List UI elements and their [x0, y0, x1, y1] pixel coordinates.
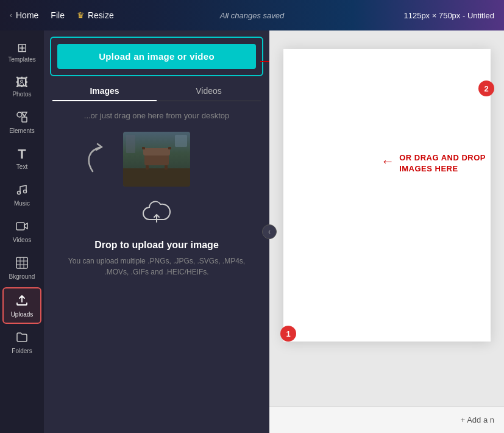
canvas-background[interactable]: 2 ← OR DRAG AND DROP IMAGES HERE 1	[269, 30, 504, 406]
sidebar-item-music[interactable]: Music	[2, 177, 41, 213]
save-status: All changes saved	[220, 11, 285, 20]
drag-drop-arrow-icon: ←	[381, 154, 394, 170]
uploads-icon	[15, 293, 29, 309]
doc-info: 1125px × 750px - Untitled	[403, 11, 494, 20]
annotation-1: 1	[280, 326, 296, 342]
sidebar-item-uploads[interactable]: Uploads	[2, 287, 41, 324]
canvas-area: 2 ← OR DRAG AND DROP IMAGES HERE 1 + Add…	[269, 30, 504, 433]
upload-panel: Upload an image or video Images Videos .…	[44, 30, 269, 433]
main-area: ⊞ Templates 🖼 Photos Elements T Text	[0, 30, 504, 433]
badge-1: 1	[280, 326, 296, 342]
panel-collapse-handle[interactable]: ‹	[262, 224, 277, 239]
sidebar-label-folders: Folders	[12, 348, 32, 354]
drag-hint-text: ...or just drag one here from your deskt…	[44, 101, 269, 126]
drag-drop-line1: OR DRAG AND DROP	[399, 152, 486, 163]
sidebar-label-photos: Photos	[12, 91, 31, 98]
file-menu[interactable]: File	[51, 10, 65, 20]
music-icon	[16, 184, 28, 198]
top-nav: ‹ Home File ♛ Resize All changes saved 1…	[0, 0, 504, 30]
icon-sidebar: ⊞ Templates 🖼 Photos Elements T Text	[0, 30, 44, 433]
drag-arrow-icon	[80, 138, 117, 177]
sidebar-label-background: Bkground	[9, 273, 35, 280]
svg-rect-15	[146, 165, 149, 170]
add-note-button[interactable]: + Add a n	[461, 415, 494, 424]
upload-button[interactable]: Upload an image or video	[57, 44, 256, 69]
background-icon	[16, 257, 28, 271]
svg-rect-11	[144, 154, 169, 165]
crown-icon: ♛	[77, 10, 85, 20]
upload-button-wrapper: Upload an image or video	[50, 37, 263, 76]
svg-rect-13	[142, 147, 145, 149]
sidebar-label-templates: Templates	[8, 56, 36, 63]
text-icon: T	[18, 148, 26, 161]
svg-marker-2	[22, 112, 27, 116]
tab-images[interactable]: Images	[52, 81, 157, 101]
sidebar-item-background[interactable]: Bkground	[2, 251, 41, 286]
sidebar-label-music: Music	[14, 200, 30, 207]
drag-drop-line2: IMAGES HERE	[399, 163, 486, 174]
annotation-2: 2	[478, 81, 494, 96]
svg-rect-1	[22, 117, 27, 122]
svg-rect-16	[165, 165, 168, 170]
svg-point-4	[24, 190, 27, 193]
bottom-bar: + Add a n	[269, 406, 504, 433]
drag-drop-label: OR DRAG AND DROP IMAGES HERE	[399, 152, 486, 174]
videos-icon	[16, 220, 28, 234]
nav-home-button[interactable]: ‹ Home	[10, 10, 38, 20]
svg-rect-6	[16, 257, 27, 268]
drag-drop-annotation: ← OR DRAG AND DROP IMAGES HERE	[381, 152, 486, 174]
tab-videos[interactable]: Videos	[157, 81, 261, 101]
cloud-upload-icon	[142, 199, 171, 234]
back-chevron-icon: ‹	[10, 11, 12, 20]
photos-icon: 🖼	[16, 76, 28, 88]
preview-thumbnail	[123, 132, 190, 187]
canvas-white-area[interactable]	[283, 49, 491, 342]
resize-label: Resize	[88, 10, 114, 20]
sidebar-label-uploads: Uploads	[11, 311, 34, 318]
home-label: Home	[16, 10, 38, 20]
resize-button[interactable]: ♛ Resize	[77, 10, 114, 20]
folders-icon	[16, 331, 28, 345]
templates-icon: ⊞	[17, 41, 27, 54]
preview-area	[44, 126, 269, 187]
sidebar-item-elements[interactable]: Elements	[2, 105, 41, 140]
svg-rect-12	[143, 148, 170, 156]
svg-rect-14	[168, 147, 171, 149]
svg-point-3	[18, 191, 21, 195]
nav-left: ‹ Home File ♛ Resize	[10, 10, 114, 20]
sidebar-label-elements: Elements	[9, 127, 35, 134]
svg-rect-5	[16, 223, 24, 230]
sidebar-label-text: Text	[16, 163, 27, 170]
sidebar-label-videos: Videos	[13, 237, 31, 243]
elements-icon	[16, 111, 28, 125]
sidebar-item-text[interactable]: T Text	[2, 141, 41, 176]
sidebar-item-templates[interactable]: ⊞ Templates	[2, 35, 41, 69]
sidebar-item-folders[interactable]: Folders	[2, 325, 41, 360]
media-tabs: Images Videos	[52, 76, 261, 101]
sidebar-item-photos[interactable]: 🖼 Photos	[2, 70, 41, 104]
svg-point-0	[17, 112, 22, 117]
drop-title: Drop to upload your image	[94, 240, 219, 251]
sidebar-item-videos[interactable]: Videos	[2, 214, 41, 249]
drop-zone[interactable]: Drop to upload your image You can upload…	[44, 187, 269, 284]
drop-desc: You can upload multiple .PNGs, .JPGs, .S…	[56, 256, 257, 277]
badge-2: 2	[478, 81, 494, 96]
